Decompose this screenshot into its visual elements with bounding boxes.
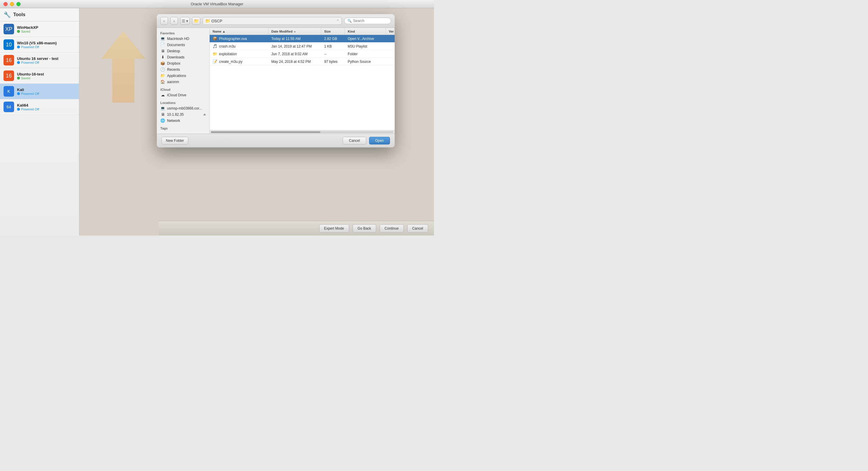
main-content: ‹ › ☰ ▾ 📁 📁 OSCP ⌃ 🔍 <box>79 8 434 236</box>
location-bar[interactable]: 📁 OSCP ⌃ <box>203 17 342 25</box>
vm-status-ubuntu16s: Powered Off <box>17 61 58 64</box>
tags-section-title: Tags <box>157 125 209 131</box>
expert-mode-button[interactable]: Expert Mode <box>319 224 349 232</box>
vm-icon-winhackxp: XP <box>3 24 14 34</box>
ova-file-icon: 📦 <box>213 36 217 41</box>
search-input[interactable] <box>353 19 385 23</box>
favorites-section-title: Favorites <box>157 30 209 35</box>
sidebar-item-recents[interactable]: 🕐 Recents <box>157 66 209 72</box>
vm-icon-ubuntu16s: 16 <box>3 55 14 65</box>
date-chevron-icon: ⌄ <box>293 29 296 33</box>
file-row-crash-m3u[interactable]: 🎵 crash.m3u Jan 14, 2019 at 12:47 PM 1 K… <box>210 42 395 50</box>
go-back-button[interactable]: Go Back <box>353 224 376 232</box>
dropbox-icon: 📦 <box>160 61 165 65</box>
vm-item-win10[interactable]: 10 Win10 (VS x86-masm) Powered Off <box>0 37 79 53</box>
sidebar-item-applications[interactable]: 📁 Applications <box>157 72 209 79</box>
sidebar-item-macintosh-hd[interactable]: 💻 Macintosh HD <box>157 35 209 42</box>
dialog-cancel-button[interactable]: Cancel <box>343 137 366 145</box>
file-size-create-m3u: 97 bytes <box>321 59 345 64</box>
file-kind-create-m3u: Python Source <box>345 59 386 64</box>
file-name-exploitation: 📁 exploitation <box>210 51 269 57</box>
vm-info-win10: Win10 (VS x86-masm) Powered Off <box>17 41 57 49</box>
forward-button[interactable]: › <box>170 17 178 25</box>
close-button[interactable] <box>3 2 8 6</box>
maximize-button[interactable] <box>17 2 21 6</box>
vm-item-kali64[interactable]: 64 Kali64 Powered Off <box>0 99 79 115</box>
location-chevron-icon: ⌃ <box>337 19 339 23</box>
icloud-drive-icon: ☁ <box>160 93 165 97</box>
status-dot-kali64 <box>17 108 20 111</box>
search-box[interactable]: 🔍 <box>344 18 391 24</box>
locations-section-title: Locations <box>157 100 209 105</box>
recents-icon: 🕐 <box>160 67 165 72</box>
new-folder-button[interactable]: New Folder <box>161 137 188 145</box>
sidebar: 🔧 Tools XP WinHackXP Saved 10 Win10 (VS … <box>0 8 79 236</box>
eject-icon[interactable]: ⏏ <box>203 113 206 116</box>
vm-name-win10: Win10 (VS x86-masm) <box>17 41 57 45</box>
search-icon: 🔍 <box>347 19 352 23</box>
file-date-exploitation: Jun 7, 2018 at 9:02 AM <box>269 52 321 57</box>
vm-status-kali64: Powered Off <box>17 107 39 111</box>
file-date-create-m3u: May 24, 2018 at 4:52 PM <box>269 59 321 64</box>
minimize-button[interactable] <box>10 2 14 6</box>
new-folder-icon-button[interactable]: 📁 <box>192 17 200 25</box>
sidebar-item-downloads[interactable]: ⬇ Downloads <box>157 54 209 60</box>
dialog-body: Favorites 💻 Macintosh HD 📄 Documents 🖥 D… <box>157 28 395 134</box>
sidebar-item-aaronm[interactable]: 🏠 aaronm <box>157 79 209 85</box>
vm-name-ubuntu16s: Ubuntu 16 server - test <box>17 56 58 61</box>
column-header-ver[interactable]: Ver <box>386 28 395 35</box>
vm-icon-kali64: 64 <box>3 102 14 112</box>
vm-status-ubuntu16t: Saved <box>17 76 44 80</box>
vm-name-winhackxp: WinHackXP <box>17 25 38 30</box>
vm-info-ubuntu16s: Ubuntu 16 server - test Powered Off <box>17 56 58 64</box>
bottom-cancel-button[interactable]: Cancel <box>407 224 428 232</box>
vm-item-ubuntu16t[interactable]: 16 Ubuntu-16-test Saved <box>0 68 79 84</box>
sidebar-item-usmsp[interactable]: 💻 usmsp-mb03866.cor... <box>157 105 209 111</box>
vm-info-ubuntu16t: Ubuntu-16-test Saved <box>17 72 44 80</box>
vm-icon-win10: 10 <box>3 39 14 50</box>
column-header-name[interactable]: Name ▲ <box>210 28 269 35</box>
title-bar: Oracle VM VirtualBox Manager <box>0 0 434 8</box>
sidebar-header: 🔧 Tools <box>0 8 79 22</box>
sidebar-item-documents[interactable]: 📄 Documents <box>157 42 209 48</box>
column-header-size[interactable]: Size <box>321 28 345 35</box>
sidebar-item-10-1-82-35[interactable]: 🖥 10.1.82.35 ⏏ <box>157 111 209 118</box>
vm-item-ubuntu16s[interactable]: 16 Ubuntu 16 server - test Powered Off <box>0 53 79 68</box>
location-text: OSCP <box>211 19 335 23</box>
location-folder-icon: 📁 <box>205 19 210 23</box>
vm-info-kali: Kali Powered Off <box>17 88 39 95</box>
column-header-kind[interactable]: Kind <box>345 28 386 35</box>
scrollbar-track <box>211 131 394 133</box>
back-button[interactable]: ‹ <box>160 17 168 25</box>
file-sidebar-panel: Favorites 💻 Macintosh HD 📄 Documents 🖥 D… <box>157 28 210 134</box>
desktop-icon: 🖥 <box>160 49 165 53</box>
vm-list: XP WinHackXP Saved 10 Win10 (VS x86-masm… <box>0 22 79 236</box>
dialog-open-button[interactable]: Open <box>369 137 390 145</box>
vm-item-kali[interactable]: K Kali Powered Off <box>0 84 79 99</box>
icloud-section-title: iCloud <box>157 87 209 92</box>
file-ver-exploitation <box>386 54 395 55</box>
sidebar-item-icloud-drive[interactable]: ☁ iCloud Drive <box>157 92 209 98</box>
sidebar-title: Tools <box>13 12 25 17</box>
applications-icon: 📁 <box>160 73 165 78</box>
file-name-photographer: 📦 Photographer.ova <box>210 36 269 41</box>
file-row-exploitation[interactable]: 📁 exploitation Jun 7, 2018 at 9:02 AM --… <box>210 50 395 58</box>
vm-item-winhackxp[interactable]: XP WinHackXP Saved <box>0 22 79 37</box>
file-date-crash: Jan 14, 2019 at 12:47 PM <box>269 44 321 49</box>
sidebar-item-dropbox[interactable]: 📦 Dropbox <box>157 60 209 66</box>
column-header-date[interactable]: Date Modified ⌄ <box>269 28 321 35</box>
continue-button[interactable]: Continue <box>380 224 404 232</box>
vm-icon-kali: K <box>3 86 14 97</box>
file-row-create-m3u[interactable]: 📝 create_m3u.py May 24, 2018 at 4:52 PM … <box>210 58 395 65</box>
view-options-button[interactable]: ☰ ▾ <box>180 17 190 25</box>
horizontal-scrollbar[interactable] <box>210 130 395 134</box>
documents-icon: 📄 <box>160 42 165 47</box>
file-ver-crash <box>386 46 395 47</box>
sidebar-item-desktop[interactable]: 🖥 Desktop <box>157 48 209 54</box>
downloads-icon: ⬇ <box>160 55 165 59</box>
file-row-photographer[interactable]: 📦 Photographer.ova Today at 11:55 AM 2.8… <box>210 35 395 42</box>
sort-arrow-icon: ▲ <box>222 30 225 33</box>
file-list-header: Name ▲ Date Modified ⌄ Size Ki <box>210 28 395 35</box>
network-icon: 🌐 <box>160 118 165 123</box>
sidebar-item-network[interactable]: 🌐 Network <box>157 118 209 124</box>
